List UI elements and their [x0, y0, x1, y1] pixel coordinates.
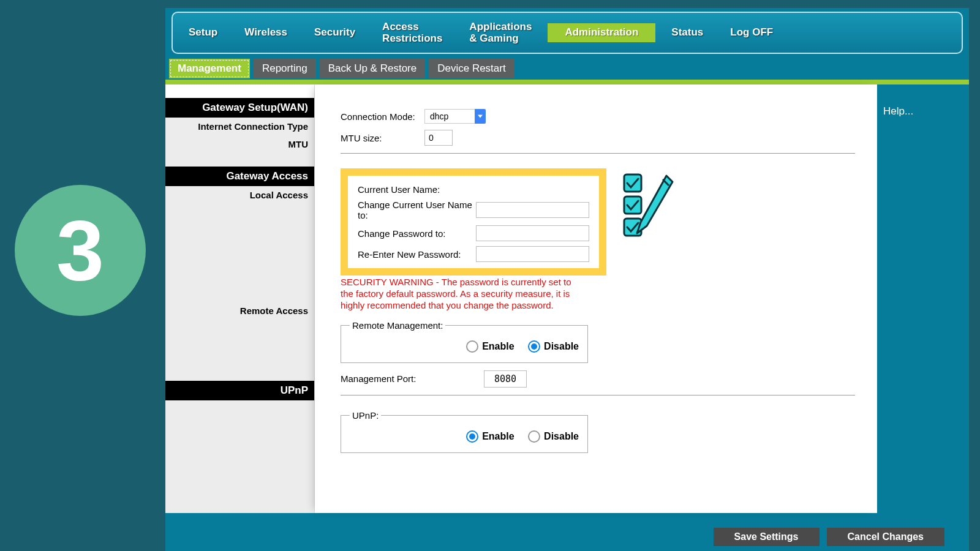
checklist-pen-icon — [622, 172, 675, 239]
save-button[interactable]: Save Settings — [714, 528, 820, 546]
credentials-highlight: Current User Name: Change Current User N… — [341, 168, 606, 276]
input-change-username[interactable] — [476, 202, 589, 218]
label-remote-access: Remote Access — [165, 302, 314, 320]
topnav-status[interactable]: Status — [660, 21, 714, 45]
input-reenter-password[interactable] — [476, 246, 589, 262]
button-bar: Save Settings Cancel Changes — [714, 528, 944, 546]
row-management-port: Management Port: — [341, 370, 855, 388]
label-mtu-size: MTU size: — [341, 133, 417, 143]
label-connection-mode: Connection Mode: — [341, 111, 417, 122]
cancel-button[interactable]: Cancel Changes — [827, 528, 944, 546]
security-warning-text: SECURITY WARNING - The password is curre… — [341, 277, 586, 311]
separator-2 — [341, 395, 855, 395]
topnav-setup[interactable]: Setup — [178, 21, 228, 45]
label-local-access: Local Access — [165, 186, 314, 204]
subnav-management[interactable]: Management — [169, 59, 250, 78]
legend-upnp: UPnP: — [350, 410, 381, 421]
label-management-port: Management Port: — [341, 373, 477, 384]
topnav-applications[interactable]: Applications & Gaming — [458, 15, 543, 50]
radio-remote-enable[interactable]: Enable — [466, 340, 514, 353]
topnav-wireless[interactable]: Wireless — [233, 21, 298, 45]
subnav-back-up-restore[interactable]: Back Up & Restore — [320, 59, 426, 78]
input-management-port[interactable] — [484, 370, 527, 388]
select-connection-mode[interactable]: dhcp — [424, 109, 486, 124]
admin-panel: SetupWirelessSecurityAccess Restrictions… — [165, 8, 969, 551]
left-column: Gateway Setup(WAN) Internet Connection T… — [165, 84, 315, 513]
label-change-password: Change Password to: — [358, 228, 476, 239]
input-change-password[interactable] — [476, 225, 589, 241]
row-connection-mode: Connection Mode: dhcp — [341, 109, 855, 124]
label-change-username: Change Current User Name to: — [358, 200, 476, 220]
radio-upnp-enable[interactable]: Enable — [466, 430, 514, 443]
legend-remote-management: Remote Management: — [350, 320, 445, 331]
section-gateway-setup: Gateway Setup(WAN) — [165, 98, 314, 118]
topnav-security[interactable]: Security — [303, 21, 366, 45]
sub-nav: ManagementReportingBack Up & RestoreDevi… — [165, 59, 969, 78]
label-current-username: Current User Name: — [358, 184, 490, 195]
top-nav: SetupWirelessSecurityAccess Restrictions… — [172, 12, 963, 54]
content-row: Gateway Setup(WAN) Internet Connection T… — [165, 84, 969, 513]
subnav-device-restart[interactable]: Device Restart — [429, 59, 514, 78]
radio-upnp-disable[interactable]: Disable — [528, 430, 579, 443]
radio-remote-disable[interactable]: Disable — [528, 340, 579, 353]
step-badge: 3 — [15, 185, 146, 316]
main-column: Connection Mode: dhcp MTU size: Current … — [315, 84, 877, 513]
separator — [341, 153, 855, 154]
help-column: Help... — [877, 84, 969, 513]
section-gateway-access: Gateway Access — [165, 167, 314, 186]
label-mtu: MTU — [165, 135, 314, 153]
topnav-log[interactable]: Log OFF — [719, 21, 784, 45]
topnav-administration[interactable]: Administration — [548, 23, 655, 42]
fieldset-remote-management: Remote Management: Enable Disable — [341, 320, 588, 363]
topnav-access[interactable]: Access Restrictions — [371, 15, 453, 50]
input-mtu-size[interactable] — [424, 130, 453, 146]
help-link[interactable]: Help... — [883, 105, 913, 117]
step-number: 3 — [56, 201, 104, 300]
row-mtu-size: MTU size: — [341, 130, 855, 146]
label-reenter-password: Re-Enter New Password: — [358, 249, 476, 260]
fieldset-upnp: UPnP: Enable Disable — [341, 410, 588, 453]
subnav-reporting[interactable]: Reporting — [254, 59, 316, 78]
subnav-underline — [165, 80, 969, 84]
section-upnp: UPnP — [165, 381, 314, 400]
label-internet-conn-type: Internet Connection Type — [165, 118, 314, 135]
